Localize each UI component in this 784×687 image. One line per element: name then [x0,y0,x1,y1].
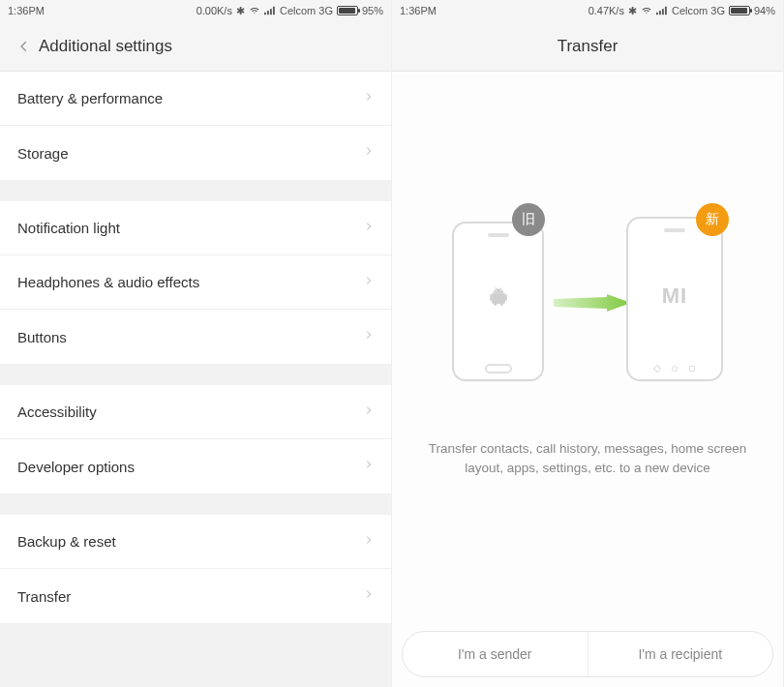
mi-logo-icon: MI [662,284,687,309]
settings-group: Battery & performance Storage [0,72,391,180]
svg-rect-1 [267,11,269,15]
row-label: Headphones & audio effects [17,274,199,290]
signal-icon [264,6,276,15]
svg-rect-5 [659,11,661,15]
chevron-right-icon [364,403,374,421]
status-speed: 0.47K/s [588,5,624,16]
row-storage[interactable]: Storage [0,126,391,180]
row-label: Buttons [17,329,67,345]
page-title: Transfer [558,37,618,56]
row-transfer[interactable]: Transfer [0,569,391,623]
bluetooth-icon: ✱ [628,5,637,17]
new-phone-icon: MI [626,217,723,381]
chevron-right-icon [364,587,374,605]
chevron-right-icon [364,328,374,345]
page-title: Additional settings [39,37,172,56]
status-speed: 0.00K/s [196,5,232,16]
svg-rect-3 [273,7,275,15]
old-phone-icon [452,222,544,381]
svg-rect-0 [264,13,266,15]
sender-button[interactable]: I'm a sender [403,632,588,676]
svg-point-9 [499,289,500,290]
svg-point-8 [495,289,496,290]
settings-group: Backup & reset Transfer [0,515,391,623]
status-battery-pct: 95% [362,5,383,16]
battery-icon [337,6,358,15]
status-bar: 1:36PM 0.00K/s ✱ Celcom 3G 95% [0,0,391,21]
svg-rect-7 [665,7,667,15]
row-label: Battery & performance [17,90,163,106]
svg-rect-4 [656,13,658,15]
wifi-icon [249,6,260,15]
row-headphones-audio[interactable]: Headphones & audio effects [0,255,391,310]
settings-list[interactable]: Battery & performance Storage Notificati… [0,72,391,687]
android-icon [489,285,508,313]
role-buttons: I'm a sender I'm a recipient [402,631,773,677]
transfer-arrow-icon [554,294,631,312]
header: Additional settings [0,21,391,72]
status-bar: 1:36PM 0.47K/s ✱ Celcom 3G 94% [392,0,783,21]
header: Transfer [392,21,783,72]
status-time: 1:36PM [400,5,437,16]
svg-marker-10 [554,294,631,312]
chevron-right-icon [364,90,374,107]
transfer-illustration: 旧 MI 新 [442,217,733,391]
recipient-button[interactable]: I'm a recipient [588,632,773,676]
row-label: Storage [17,145,69,162]
row-label: Backup & reset [17,533,116,550]
chevron-right-icon [364,533,374,551]
svg-rect-6 [662,9,664,15]
transfer-description: Transfer contacts, call history, message… [411,439,764,479]
signal-icon [656,6,668,15]
old-badge: 旧 [512,203,545,236]
row-battery-performance[interactable]: Battery & performance [0,72,391,126]
settings-group: Notification light Headphones & audio ef… [0,201,391,364]
bluetooth-icon: ✱ [236,5,245,17]
svg-rect-2 [270,9,272,15]
transfer-body: 旧 MI 新 Transfer contacts, call history, … [392,72,783,687]
chevron-right-icon [364,144,374,162]
battery-icon [729,6,750,15]
row-backup-reset[interactable]: Backup & reset [0,515,391,569]
row-label: Notification light [17,220,120,236]
row-label: Accessibility [17,403,97,420]
status-battery-pct: 94% [754,5,775,16]
row-label: Developer options [17,459,135,475]
settings-group: Accessibility Developer options [0,385,391,493]
transfer-screen: 1:36PM 0.47K/s ✱ Celcom 3G 94% Transfer … [392,0,784,687]
status-carrier: Celcom 3G [672,5,725,16]
row-notification-light[interactable]: Notification light [0,201,391,255]
settings-screen: 1:36PM 0.00K/s ✱ Celcom 3G 95% Additiona… [0,0,392,687]
chevron-right-icon [364,274,374,291]
back-icon[interactable] [10,32,39,61]
new-badge: 新 [696,203,729,236]
row-developer-options[interactable]: Developer options [0,439,391,493]
wifi-icon [641,6,652,15]
row-accessibility[interactable]: Accessibility [0,385,391,439]
status-carrier: Celcom 3G [280,5,333,16]
status-time: 1:36PM [8,5,45,16]
row-label: Transfer [17,588,71,605]
chevron-right-icon [364,220,374,237]
chevron-right-icon [364,458,374,475]
row-buttons[interactable]: Buttons [0,310,391,364]
